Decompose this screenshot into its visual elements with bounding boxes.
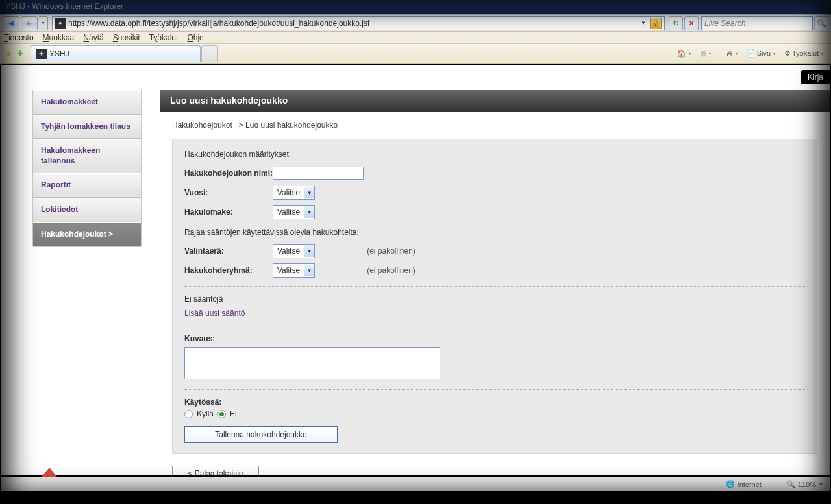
chevron-down-icon: ▼ bbox=[304, 265, 314, 276]
logout-button[interactable]: Kirja bbox=[801, 70, 830, 84]
window-title: YSHJ - Windows Internet Explorer bbox=[5, 2, 123, 11]
status-zone: Internet bbox=[738, 481, 762, 488]
address-url: https://www.data.oph.fi/testyshj/jsp/vir… bbox=[66, 19, 638, 28]
chevron-down-icon: ▼ bbox=[304, 206, 314, 218]
menu-favorites[interactable]: Suosikit bbox=[113, 33, 140, 42]
sidebar-item-tyhjan-lomakkeen-tilaus[interactable]: Tyhjän lomakkeen tilaus bbox=[33, 115, 141, 139]
nav-toolbar: ◄ ► ▼ ✦ https://www.data.oph.fi/testyshj… bbox=[0, 14, 831, 31]
radio-ei[interactable] bbox=[217, 410, 226, 418]
label-vuosi: Vuosi: bbox=[184, 188, 273, 197]
status-zoom: 110% bbox=[798, 481, 816, 488]
menu-tools[interactable]: Työkalut bbox=[149, 33, 179, 42]
status-bar: 🌐 Internet 🔍 110% ▼ bbox=[1, 477, 830, 491]
section-header-2: Rajaa sääntöjen käytettävissä olevia hak… bbox=[184, 228, 805, 237]
stop-button[interactable]: ✕ bbox=[684, 16, 699, 30]
input-hakukohdejoukon-nimi[interactable] bbox=[273, 167, 364, 180]
address-bar[interactable]: ✦ https://www.data.oph.fi/testyshj/jsp/v… bbox=[52, 16, 665, 30]
add-to-favorites-icon[interactable]: ✚ bbox=[17, 49, 24, 58]
page-icon: 📄 bbox=[747, 49, 756, 58]
radio-kylla[interactable] bbox=[184, 410, 193, 418]
globe-icon: 🌐 bbox=[726, 480, 735, 488]
back-button[interactable]: ◄ bbox=[3, 16, 19, 30]
label-hakukohderyhma: Hakukohderyhmä: bbox=[184, 266, 273, 275]
divider bbox=[184, 286, 805, 287]
tab-label: YSHJ bbox=[49, 49, 69, 58]
chevron-down-icon: ▼ bbox=[304, 187, 314, 198]
tab-strip: ★ ✚ ✦ YSHJ 🏠▼ ▦▼ 🖨▼ 📄Sivu▼ ⚙Työkalut▼ bbox=[0, 44, 831, 64]
separator bbox=[719, 47, 719, 59]
menu-help[interactable]: Ohje bbox=[187, 33, 203, 42]
radio-label-kylla: Kyllä bbox=[197, 409, 214, 418]
radio-label-ei: Ei bbox=[230, 409, 237, 418]
hint-optional-2: (ei pakollinen) bbox=[367, 266, 416, 275]
page-viewport: Kirja Hakulomakkeet Tyhjän lomakkeen til… bbox=[1, 65, 830, 475]
breadcrumb-leaf: Luo uusi hakukohdejoukko bbox=[245, 121, 338, 130]
textarea-kuvaus[interactable] bbox=[184, 347, 440, 379]
no-rules-text: Ei sääntöjä bbox=[184, 294, 805, 304]
print-button[interactable]: 🖨▼ bbox=[723, 46, 741, 60]
hint-optional-1: (ei pakollinen) bbox=[367, 246, 416, 256]
refresh-button[interactable]: ↻ bbox=[669, 16, 683, 30]
save-button[interactable]: Tallenna hakukohdejoukko bbox=[184, 426, 338, 443]
nav-history-dropdown[interactable]: ▼ bbox=[39, 16, 48, 30]
forward-button[interactable]: ► bbox=[21, 16, 38, 30]
window-titlebar: YSHJ - Windows Internet Explorer bbox=[0, 0, 831, 14]
search-go-button[interactable]: 🔍 bbox=[814, 16, 828, 30]
sidebar-item-hakulomakkeen-tallennus[interactable]: Hakulomakkeen tallennus bbox=[33, 139, 141, 173]
favorites-star-icon[interactable]: ★ bbox=[3, 48, 14, 60]
printer-icon: 🖨 bbox=[726, 49, 733, 57]
select-vuosi[interactable]: Valitse ▼ bbox=[273, 186, 315, 200]
breadcrumb-root[interactable]: Hakukohdejoukot bbox=[172, 121, 232, 130]
label-valintaera: Valintaerä: bbox=[184, 246, 273, 256]
command-bar: 🏠▼ ▦▼ 🖨▼ 📄Sivu▼ ⚙Työkalut▼ bbox=[675, 46, 827, 60]
sidebar: Hakulomakkeet Tyhjän lomakkeen tilaus Ha… bbox=[32, 90, 142, 247]
label-name: Hakukohdejoukon nimi: bbox=[184, 169, 273, 178]
chevron-down-icon: ▼ bbox=[304, 245, 314, 257]
menu-view[interactable]: Näytä bbox=[83, 33, 103, 42]
lock-icon: 🔒 bbox=[650, 18, 662, 29]
breadcrumb: Hakukohdejoukot > Luo uusi hakukohdejouk… bbox=[172, 121, 817, 130]
divider bbox=[184, 389, 805, 390]
sidebar-item-raportit[interactable]: Raportit bbox=[33, 173, 141, 198]
search-box[interactable]: Live Search bbox=[701, 16, 813, 30]
page-menu[interactable]: 📄Sivu▼ bbox=[744, 46, 779, 60]
home-icon: 🏠 bbox=[677, 49, 686, 58]
sidebar-item-hakulomakkeet[interactable]: Hakulomakkeet bbox=[33, 90, 141, 115]
select-hakukohderyhma[interactable]: Valitse ▼ bbox=[273, 263, 315, 278]
label-kaytossa: Käytössä: bbox=[184, 398, 805, 407]
tools-menu[interactable]: ⚙Työkalut▼ bbox=[782, 46, 827, 60]
form-panel: Hakukohdejoukon määritykset: Hakukohdejo… bbox=[172, 139, 817, 454]
browser-tab[interactable]: ✦ YSHJ bbox=[31, 45, 201, 62]
zoom-icon: 🔍 bbox=[786, 480, 795, 488]
back-link-button[interactable]: < Palaa takaisin bbox=[172, 466, 259, 475]
label-kuvaus: Kuvaus: bbox=[184, 334, 805, 343]
menu-file[interactable]: Tiedosto bbox=[4, 33, 34, 42]
red-triangle-icon bbox=[42, 468, 57, 477]
page-title: Luo uusi hakukohdejoukko bbox=[160, 90, 830, 112]
divider bbox=[184, 326, 805, 326]
new-tab-button[interactable] bbox=[201, 45, 218, 62]
gear-icon: ⚙ bbox=[784, 49, 791, 58]
address-dropdown[interactable]: ▼ bbox=[638, 20, 649, 26]
search-placeholder: Live Search bbox=[704, 19, 745, 28]
site-icon: ✦ bbox=[55, 18, 66, 29]
feeds-button[interactable]: ▦▼ bbox=[697, 46, 715, 60]
section-header-1: Hakukohdejoukon määritykset: bbox=[184, 150, 805, 159]
select-hakulomake[interactable]: Valitse ▼ bbox=[273, 205, 315, 219]
sidebar-item-lokitiedot[interactable]: Lokitiedot bbox=[33, 198, 141, 222]
menu-edit[interactable]: Muokkaa bbox=[43, 33, 75, 42]
link-add-rule[interactable]: Lisää uusi sääntö bbox=[184, 309, 805, 318]
main-panel: Luo uusi hakukohdejoukko Hakukohdejoukot… bbox=[160, 90, 830, 468]
tab-favicon: ✦ bbox=[36, 49, 47, 59]
home-button[interactable]: 🏠▼ bbox=[675, 46, 695, 60]
label-hakulomake: Hakulomake: bbox=[184, 208, 273, 217]
menu-bar: Tiedosto Muokkaa Näytä Suosikit Työkalut… bbox=[0, 31, 831, 44]
sidebar-item-hakukohdejoukot[interactable]: Hakukohdejoukot > bbox=[33, 222, 141, 247]
select-valintaera[interactable]: Valitse ▼ bbox=[273, 244, 315, 258]
rss-icon: ▦ bbox=[700, 49, 706, 58]
